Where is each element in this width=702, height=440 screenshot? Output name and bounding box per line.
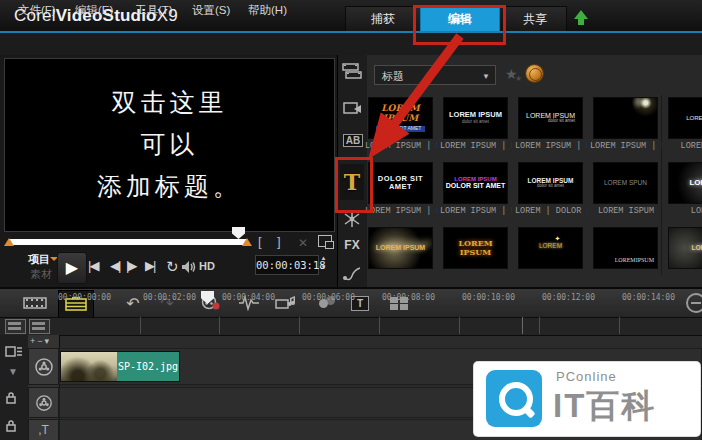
- title-template[interactable]: LOREM IP: [668, 97, 702, 139]
- collapse-tracks-icon[interactable]: ▼: [8, 366, 18, 377]
- preview-video-area[interactable]: 双击这里 可以 添加标题。: [4, 58, 335, 232]
- volume-icon[interactable]: [182, 259, 196, 277]
- filter-button[interactable]: FX: [341, 238, 363, 252]
- template-caption: LOREM IP: [665, 141, 702, 151]
- mark-out-button[interactable]: ]: [277, 234, 281, 249]
- template-caption: LORE: [665, 206, 702, 216]
- title-template[interactable]: LORE: [668, 227, 702, 269]
- home-button[interactable]: |◀: [88, 258, 97, 273]
- track-lock-icon[interactable]: [5, 420, 17, 434]
- favorites-icon[interactable]: ★: [505, 66, 518, 82]
- menu-file[interactable]: 文件(F): [18, 3, 56, 18]
- preview-panel: 双击这里 可以 添加标题。 [ ] ✕ 项目 素材 ▶ |◀ ◀| |▶ ▶| …: [0, 55, 337, 287]
- title-template[interactable]: LOREM IPSUMDOLOR SIT AMET: [368, 97, 433, 139]
- title-track-header[interactable]: ,T: [28, 419, 59, 440]
- title-template[interactable]: ✦LOREM: [518, 227, 583, 269]
- title-overlay-line: 添加标题。: [97, 166, 242, 208]
- hd-quality-button[interactable]: HD: [199, 260, 215, 272]
- cut-clip-button[interactable]: ✕: [298, 236, 308, 250]
- title-template[interactable]: LOREMIPSUM: [593, 227, 658, 269]
- trim-handle-right[interactable]: [242, 238, 252, 246]
- show-all-tracks-button[interactable]: [5, 319, 26, 334]
- title-template[interactable]: [593, 97, 658, 139]
- transition-button[interactable]: AB: [343, 134, 363, 147]
- title-template[interactable]: LOREM SPUN: [593, 162, 658, 204]
- template-caption: LOREM | DOLOR S...: [515, 206, 587, 216]
- title-template[interactable]: LOREM IPSUMDOLOR SIT AMET: [443, 162, 508, 204]
- title-template[interactable]: LOREM IPSUMdolor sit amet: [443, 97, 508, 139]
- trim-handle-left[interactable]: [4, 238, 14, 246]
- video-track-header[interactable]: [28, 348, 59, 385]
- title-template[interactable]: LOREM IPSUM: [368, 227, 433, 269]
- fit-project-button[interactable]: [686, 293, 702, 313]
- track-lock-icon[interactable]: [5, 392, 17, 406]
- watermark: PConline IT百科: [474, 362, 700, 436]
- template-caption: LOREM IPSUM | D...: [440, 141, 512, 151]
- template-caption: LOREM IPSUM | D...: [440, 206, 512, 216]
- clip-thumbnail: [61, 352, 117, 381]
- app-window: CorelVideoStudioX9 捕获 编辑 共享 文件(F) 编辑(E) …: [0, 0, 702, 440]
- menu-bar: [0, 33, 702, 56]
- mode-clip-label[interactable]: 素材: [30, 267, 52, 282]
- upload-arrow-icon[interactable]: [574, 10, 588, 19]
- title-template[interactable]: LOREM IPSUMdolor sit amet: [518, 162, 583, 204]
- prev-frame-button[interactable]: ◀|: [110, 258, 119, 273]
- repeat-button[interactable]: ↻: [166, 258, 179, 276]
- mark-in-button[interactable]: [: [258, 234, 262, 249]
- graphic-button[interactable]: [341, 210, 363, 232]
- play-button[interactable]: ▶: [57, 252, 87, 284]
- ruler-label: 00:00:02:00: [143, 293, 196, 302]
- next-frame-button[interactable]: |▶: [126, 258, 135, 273]
- ruler-label: 00:00:08:00: [382, 293, 435, 302]
- ruler-label: 00:00:10:00: [462, 293, 515, 302]
- annotation-box-edit-tab: [413, 5, 506, 45]
- enlarge-preview-button[interactable]: [318, 235, 332, 247]
- spin-down-icon[interactable]: ▼: [319, 263, 328, 272]
- track-manager-icon[interactable]: [5, 345, 23, 360]
- clip-filename: SP-I02.jpg: [117, 352, 179, 381]
- template-caption: LOREM IPSUM | D...: [515, 141, 587, 151]
- track-filter-button[interactable]: [29, 319, 50, 334]
- dropdown-arrow-icon[interactable]: ▼: [482, 72, 490, 81]
- media-library-button[interactable]: [341, 62, 363, 84]
- title-template[interactable]: DOLOR SIT AMET: [368, 162, 433, 204]
- end-button[interactable]: ▶|: [145, 258, 154, 273]
- instant-project-button[interactable]: [341, 99, 363, 121]
- menu-edit[interactable]: 编辑(E): [75, 3, 113, 18]
- template-caption: LOREM IPSUM | D...: [365, 206, 437, 216]
- overlay-track-header[interactable]: [28, 387, 59, 418]
- ruler-label: 00:00:00:00: [58, 293, 111, 302]
- tab-capture[interactable]: 捕获: [345, 6, 421, 33]
- template-caption: LOREM IPSUM | D...: [590, 141, 662, 151]
- menu-help[interactable]: 帮助(H): [248, 3, 287, 18]
- scrubber-bar[interactable]: [8, 239, 248, 245]
- title-template[interactable]: LOREM IPSUM: [443, 227, 508, 269]
- timecode-field[interactable]: 00:00:03:18: [255, 255, 319, 275]
- motion-path-button[interactable]: [341, 264, 363, 286]
- ruler-label: 00:00:12:00: [542, 293, 595, 302]
- template-caption: LOREM IPSUM | D...: [365, 141, 437, 151]
- menu-settings[interactable]: 设置(S): [192, 3, 230, 18]
- menu-tools[interactable]: 工具(T): [135, 3, 173, 18]
- watermark-title: IT百科: [553, 384, 656, 429]
- title-template[interactable]: LOREM IPSUMdolor sit amet: [518, 97, 583, 139]
- library-column-divider: [661, 95, 662, 275]
- watermark-brand: PConline: [556, 369, 617, 384]
- storyboard-view-button[interactable]: [20, 292, 50, 314]
- library-badge-icon[interactable]: [526, 65, 543, 82]
- ruler-label: 00:00:04:00: [222, 293, 275, 302]
- library-category-dropdown[interactable]: 标题: [374, 65, 496, 85]
- title-template[interactable]: LORE: [668, 162, 702, 204]
- track-add-remove-buttons[interactable]: +−▾: [30, 336, 51, 346]
- title-overlay-line: 双击这里: [112, 82, 228, 124]
- annotation-box-title-tool: [335, 157, 373, 213]
- timeline-clip[interactable]: SP-I02.jpg: [60, 351, 180, 382]
- tab-share[interactable]: 共享: [503, 6, 567, 33]
- timeline-ruler[interactable]: [0, 317, 702, 336]
- magnifier-icon: [486, 370, 542, 427]
- timecode-spinner[interactable]: ▲ ▼: [319, 254, 328, 274]
- template-caption: LOREM ISPUM: [590, 206, 662, 216]
- spin-up-icon[interactable]: ▲: [319, 254, 328, 263]
- ruler-divider: [522, 317, 523, 334]
- mode-project-label[interactable]: 项目: [28, 252, 50, 267]
